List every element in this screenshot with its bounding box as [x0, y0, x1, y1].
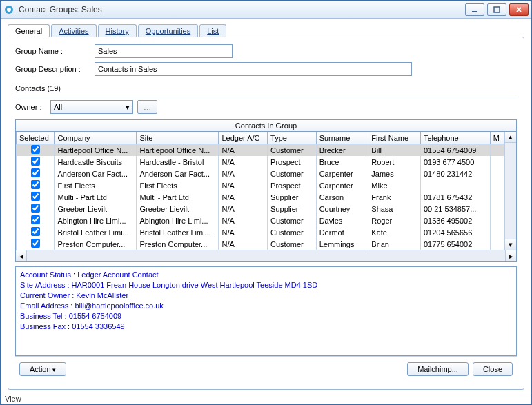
table-row[interactable]: Abington Hire Limi...Abington Hire Limi.…: [17, 215, 504, 226]
row-checkbox[interactable]: [31, 204, 40, 213]
contacts-grid: Contacts In Group Selected Company Site …: [15, 119, 517, 262]
group-desc-input[interactable]: [95, 62, 412, 76]
detail-email: Email Address : bill@hartlepooloffice.co…: [20, 301, 512, 311]
vertical-scrollbar[interactable]: ▴ ▾: [504, 132, 516, 250]
col-ledger[interactable]: Ledger A/C: [219, 132, 268, 144]
cell-selected[interactable]: [17, 238, 55, 250]
cell-first: Bill: [368, 144, 421, 157]
col-selected[interactable]: Selected: [17, 132, 55, 144]
cell-surname: Dermot: [316, 226, 368, 238]
svg-point-1: [7, 8, 11, 12]
table-row[interactable]: First FleetsFirst FleetsN/AProspectCarpe…: [17, 179, 504, 191]
cell-m: [490, 226, 504, 238]
cell-m: [490, 179, 504, 191]
cell-company: Bristol Leather Limi...: [55, 226, 137, 238]
scroll-down-icon[interactable]: ▾: [505, 239, 516, 250]
col-type[interactable]: Type: [268, 132, 317, 144]
cell-selected[interactable]: [17, 168, 55, 179]
close-button[interactable]: [509, 3, 529, 16]
detail-site-address: Site /Address : HAR0001 Frean House Long…: [20, 280, 512, 290]
owner-value: All: [54, 103, 62, 111]
scroll-left-icon[interactable]: ◂: [16, 250, 27, 261]
group-desc-label: Group Description :: [15, 65, 95, 73]
cell-tel: 01781 675432: [420, 191, 490, 203]
scroll-right-icon[interactable]: ▸: [505, 250, 516, 261]
chevron-down-icon: ▾: [126, 103, 130, 112]
button-bar: Action Mailchimp... Close: [15, 356, 517, 382]
table-row[interactable]: Bristol Leather Limi...Bristol Leather L…: [17, 226, 504, 238]
cell-first: Mike: [368, 179, 421, 191]
row-checkbox[interactable]: [31, 227, 40, 236]
mailchimp-button[interactable]: Mailchimp...: [407, 362, 469, 376]
table-row[interactable]: Hartlepool Office N...Hartlepool Office …: [17, 144, 504, 157]
group-name-input[interactable]: [95, 44, 233, 58]
minimize-button[interactable]: [465, 3, 484, 16]
cell-company: First Fleets: [55, 179, 137, 191]
owner-select[interactable]: All ▾: [50, 100, 133, 114]
cell-selected[interactable]: [17, 203, 55, 215]
tab-opportunities[interactable]: Opportunities: [138, 24, 198, 37]
cell-ledger: N/A: [219, 179, 268, 191]
cell-site: Preston Computer...: [137, 238, 219, 250]
cell-company: Hartlepool Office N...: [55, 144, 137, 157]
cell-tel: 01480 231442: [420, 168, 490, 179]
row-checkbox[interactable]: [31, 180, 40, 189]
cell-type: Customer: [268, 168, 317, 179]
owner-browse-button[interactable]: ...: [137, 100, 157, 114]
cell-type: Customer: [268, 238, 317, 250]
table-row[interactable]: Greeber LieviltGreeber LieviltN/ASupplie…: [17, 203, 504, 215]
tab-history[interactable]: History: [98, 24, 137, 37]
row-checkbox[interactable]: [31, 192, 40, 201]
cell-selected[interactable]: [17, 191, 55, 203]
table-row[interactable]: Preston Computer...Preston Computer...N/…: [17, 238, 504, 250]
tab-general[interactable]: General: [8, 24, 50, 37]
cell-selected[interactable]: [17, 156, 55, 168]
row-checkbox[interactable]: [31, 239, 40, 248]
table-row[interactable]: Multi - Part LtdMulti - Part LtdN/ASuppl…: [17, 191, 504, 203]
cell-first: Roger: [368, 215, 421, 226]
cell-site: Hardcastle - Bristol: [137, 156, 219, 168]
cell-first: Robert: [368, 156, 421, 168]
cell-first: Brian: [368, 238, 421, 250]
table-row[interactable]: Hardcastle BiscuitsHardcastle - BristolN…: [17, 156, 504, 168]
window-controls: [465, 3, 529, 16]
cell-tel: 01775 654002: [420, 238, 490, 250]
col-surname[interactable]: Surname: [316, 132, 368, 144]
cell-company: Hardcastle Biscuits: [55, 156, 137, 168]
col-m[interactable]: M: [490, 132, 504, 144]
action-button[interactable]: Action: [19, 362, 66, 376]
cell-selected[interactable]: [17, 144, 55, 157]
cell-surname: Bruce: [316, 156, 368, 168]
row-checkbox[interactable]: [31, 168, 40, 177]
cell-selected[interactable]: [17, 215, 55, 226]
cell-selected[interactable]: [17, 179, 55, 191]
col-first[interactable]: First Name: [368, 132, 421, 144]
col-tel[interactable]: Telephone: [420, 132, 490, 144]
cell-ledger: N/A: [219, 215, 268, 226]
col-site[interactable]: Site: [137, 132, 219, 144]
cell-first: Kate: [368, 226, 421, 238]
grid-title: Contacts In Group: [16, 120, 516, 132]
cell-first: Shasa: [368, 203, 421, 215]
cell-m: [490, 203, 504, 215]
cell-m: [490, 238, 504, 250]
tab-list[interactable]: List: [199, 24, 226, 37]
cell-surname: Carpenter: [316, 179, 368, 191]
maximize-button[interactable]: [487, 3, 506, 16]
row-checkbox[interactable]: [31, 157, 40, 166]
cell-site: Hartlepool Office N...: [137, 144, 219, 157]
scroll-up-icon[interactable]: ▴: [505, 132, 516, 143]
close-form-button[interactable]: Close: [473, 362, 513, 376]
details-panel: Account Status : Ledger Account Contact …: [15, 266, 517, 356]
col-company[interactable]: Company: [55, 132, 137, 144]
cell-site: Greeber Lievilt: [137, 203, 219, 215]
horizontal-scrollbar[interactable]: ◂ ▸: [16, 250, 516, 261]
row-checkbox[interactable]: [31, 145, 40, 154]
cell-ledger: N/A: [219, 203, 268, 215]
table-row[interactable]: Anderson Car Fact...Anderson Car Fact...…: [17, 168, 504, 179]
row-checkbox[interactable]: [31, 215, 40, 224]
titlebar[interactable]: Contact Groups: Sales: [1, 1, 531, 19]
tab-activities[interactable]: Activities: [51, 24, 96, 37]
cell-selected[interactable]: [17, 226, 55, 238]
owner-label: Owner :: [15, 103, 46, 111]
